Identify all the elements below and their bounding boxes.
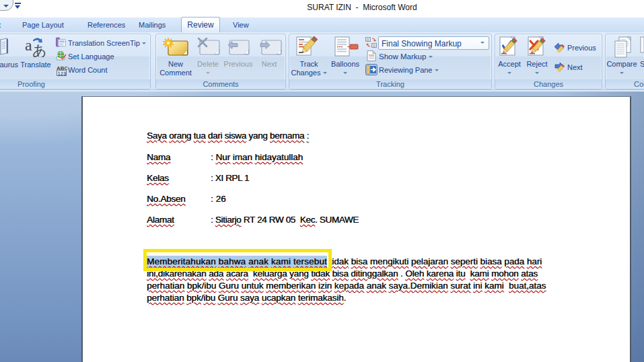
svg-text:a: a <box>25 36 32 54</box>
svg-text:あ: あ <box>32 42 47 57</box>
svg-text:123: 123 <box>58 71 67 76</box>
